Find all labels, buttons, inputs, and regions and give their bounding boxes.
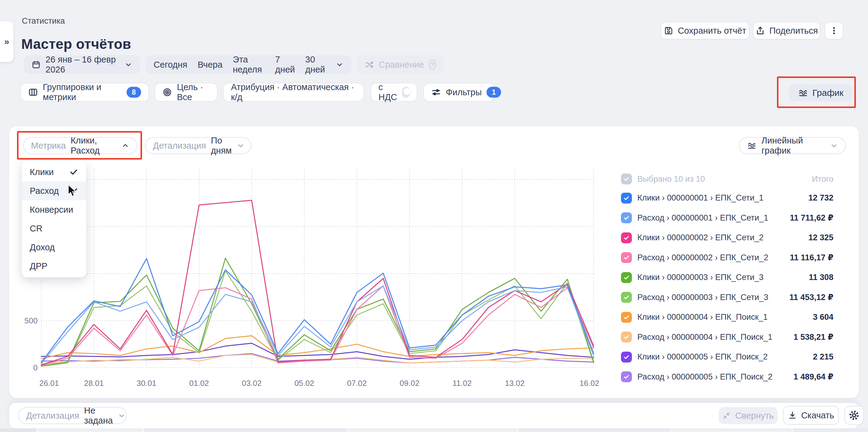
metric-option-label: Клики [30,167,54,177]
legend-row-6[interactable]: Клики › 000000004 › ЕПК_Поиск_13 604 [621,307,833,327]
legend-row-0[interactable]: Клики › 000000001 › ЕПК_Сети_112 732 [621,188,833,208]
download-label: Скачать [801,410,834,421]
preset-7-days[interactable]: 7 дней [275,55,295,75]
metric-option-1[interactable]: Расход [22,181,86,200]
chevron-down-icon [124,61,132,69]
metric-select[interactable]: Метрика Клики, Расход [23,137,137,154]
series-total: 11 308 [809,273,833,282]
vat-toggle[interactable] [402,87,409,98]
kebab-icon [830,26,839,35]
save-report-label: Сохранить отчёт [678,26,746,36]
metric-option-4[interactable]: Доход [22,238,86,257]
line-chart-icon [747,141,756,151]
filters-label: Фильтры [446,87,482,97]
vat-label: с НДС [378,82,397,102]
comparison-label: Сравнение [379,60,424,70]
series-checkbox[interactable] [621,352,632,363]
save-icon [664,26,674,35]
series-label: Клики › 000000005 › ЕПК_Поиск_2 [637,352,768,362]
collapse-button[interactable]: Свернуть [719,407,778,424]
series-total: 2 215 [813,352,833,362]
series-checkbox[interactable] [621,193,632,204]
chart-type-select[interactable]: Линейный график [739,137,846,154]
legend-row-7[interactable]: Расход › 000000004 › ЕПК_Поиск_11 538,21… [621,327,833,347]
filters-button[interactable]: Фильтры 1 [423,83,494,102]
preset-yesterday[interactable]: Вчера [197,60,222,70]
series-checkbox[interactable] [621,371,632,382]
metric-dropdown-menu: КликиРасходКонверсииCRДоходДРР [22,161,86,277]
series-label: Клики › 000000003 › ЕПК_Сети_3 [637,273,764,282]
chart-toggle-button[interactable]: График [789,84,852,101]
metric-option-3[interactable]: CR [22,219,86,238]
vat-control[interactable]: с НДС [371,83,417,102]
help-icon: ? [429,60,436,70]
download-button[interactable]: Скачать [783,406,839,425]
columns-icon [28,87,38,97]
metric-option-label: ДРР [30,261,48,271]
groupings-count-badge: 8 [127,87,141,98]
series-total: 3 604 [813,312,833,322]
series-checkbox[interactable] [621,252,632,263]
detail-select[interactable]: Детализация По дням [145,137,251,154]
groupings-metrics-button[interactable]: Группировки и метрики 8 [20,83,149,102]
preset-30-days[interactable]: 30 дней [305,55,327,75]
series-total: 1 538,21 ₽ [794,332,833,342]
select-all-checkbox[interactable] [621,173,632,185]
series-total: 11 116,17 ₽ [790,253,833,262]
chevron-down-icon [118,412,126,420]
shuffle-icon [365,60,374,69]
series-checkbox[interactable] [621,272,632,283]
goal-label: Цель · Все [177,82,210,102]
series-total: 12 732 [808,193,833,203]
date-presets: Сегодня Вчера Эта неделя 7 дней 30 дней [146,55,351,74]
share-button[interactable]: Поделиться [753,22,820,39]
preset-today[interactable]: Сегодня [154,60,187,70]
settings-button[interactable] [844,406,864,425]
toggle-knob [403,88,411,95]
save-report-button[interactable]: Сохранить отчёт [661,22,749,39]
series-checkbox[interactable] [621,332,632,342]
legend-row-3[interactable]: Расход › 000000002 › ЕПК_Сети_211 116,17… [621,248,833,268]
footer-detail-value: Не задана [84,406,113,426]
legend-row-5[interactable]: Расход › 000000003 › ЕПК_Сети_311 453,12… [621,288,833,308]
chevron-up-icon [121,142,129,149]
legend-total-header: Итого [812,174,833,184]
series-checkbox[interactable] [621,292,632,303]
collapse-label: Свернуть [735,411,774,421]
download-icon [788,411,797,420]
series-checkbox[interactable] [621,232,632,243]
breadcrumb[interactable]: Статистика [22,16,65,26]
check-icon [69,186,78,195]
sliders-icon [431,87,441,97]
date-range-picker[interactable]: 26 янв – 16 февр 2026 [24,55,140,74]
footer-detail-select[interactable]: Детализация Не задана [18,407,127,424]
sidebar-expand-button[interactable]: » [0,21,13,62]
chart-toggle-label: График [812,88,844,98]
series-checkbox[interactable] [621,212,632,223]
groupings-label: Группировки и метрики [43,82,122,102]
more-actions-button[interactable] [825,22,843,39]
metric-option-label: CR [30,224,42,234]
series-checkbox[interactable] [621,312,632,323]
footer-detail-label: Детализация [26,411,79,421]
series-label: Клики › 000000001 › ЕПК_Сети_1 [637,193,764,203]
chart-type-value: Линейный график [762,136,825,156]
legend-row-1[interactable]: Расход › 000000001 › ЕПК_Сети_111 711,62… [621,208,833,228]
legend-row-4[interactable]: Клики › 000000003 › ЕПК_Сети_311 308 [621,268,833,288]
target-icon [162,87,172,97]
series-label: Клики › 000000002 › ЕПК_Сети_2 [637,233,764,242]
goal-button[interactable]: Цель · Все [154,83,218,102]
legend-row-9[interactable]: Расход › 000000005 › ЕПК_Поиск_21 489,64… [621,367,833,387]
attribution-button[interactable]: Атрибуция · Автоматическая · к/д [223,83,364,102]
metric-option-5[interactable]: ДРР [22,257,86,275]
legend-row-2[interactable]: Клики › 000000002 › ЕПК_Сети_212 325 [621,228,833,248]
preset-this-week[interactable]: Эта неделя [233,55,265,75]
chevron-down-icon [830,142,838,149]
comparison-button[interactable]: Сравнение ? [357,55,444,74]
table-header-sliver [0,428,868,432]
check-icon [69,167,78,176]
legend-row-8[interactable]: Клики › 000000005 › ЕПК_Поиск_22 215 [621,347,833,367]
metric-option-0[interactable]: Клики [22,163,86,181]
chevron-down-icon[interactable] [336,61,344,69]
metric-option-2[interactable]: Конверсии [22,200,86,219]
